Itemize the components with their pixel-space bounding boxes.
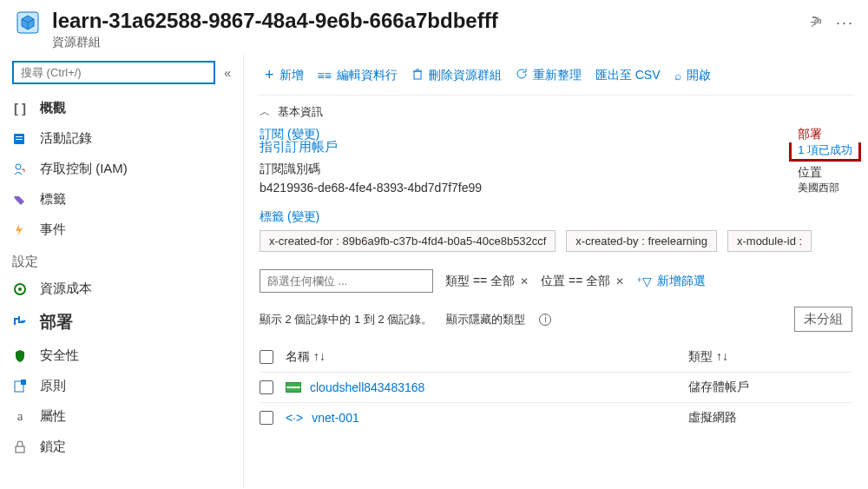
add-filter-button[interactable]: ⁺▽新增篩選 bbox=[636, 274, 706, 289]
group-by-select[interactable]: 未分組 bbox=[794, 307, 852, 332]
deployments-icon bbox=[12, 314, 28, 330]
filter-bar: 類型 == 全部✕ 位置 == 全部✕ ⁺▽新增篩選 bbox=[260, 257, 852, 300]
table-header: 名稱 ↑↓ 類型 ↑↓ bbox=[260, 342, 852, 372]
subscription-label: 訂閱 (變更) 指引訂用帳戶 bbox=[260, 127, 482, 142]
page-subtitle: 資源群組 bbox=[52, 35, 799, 50]
properties-icon: a bbox=[12, 409, 28, 425]
svg-rect-8 bbox=[21, 380, 26, 385]
filter-input[interactable] bbox=[260, 269, 433, 293]
sidebar-item-deployments[interactable]: 部署 bbox=[0, 304, 243, 340]
events-icon bbox=[12, 222, 28, 238]
sidebar-item-label: 概觀 bbox=[40, 100, 66, 116]
sidebar-item-properties[interactable]: a 屬性 bbox=[0, 401, 243, 432]
tags-section: 標籤 (變更) x-created-for : 89b6a9fb-c37b-4f… bbox=[260, 204, 852, 257]
collapse-sidebar-icon[interactable]: « bbox=[224, 66, 231, 80]
deployments-link[interactable]: 1 項已成功 bbox=[798, 142, 852, 158]
cost-icon bbox=[12, 281, 28, 297]
main-content: +新增 ≡≡編輯資料行 刪除資源群組 重新整理 匯出至 CSV ⌕開啟 ︿ 基本… bbox=[244, 54, 868, 487]
type-filter[interactable]: 類型 == 全部✕ bbox=[445, 274, 529, 289]
svg-point-6 bbox=[18, 287, 22, 291]
sidebar-item-label: 原則 bbox=[40, 378, 66, 394]
sidebar-item-label: 活動記錄 bbox=[40, 130, 92, 147]
col-type[interactable]: 類型 ↑↓ bbox=[688, 349, 852, 365]
command-bar: +新增 ≡≡編輯資料行 刪除資源群組 重新整理 匯出至 CSV ⌕開啟 bbox=[260, 54, 852, 96]
tags-edit-link[interactable]: 標籤 (變更) bbox=[260, 209, 319, 225]
export-csv-button[interactable]: 匯出至 CSV bbox=[590, 64, 666, 87]
table-row[interactable]: <·>vnet-001 虛擬網路 bbox=[260, 402, 852, 433]
essentials-panel: 訂閱 (變更) 指引訂用帳戶 訂閱識別碼 b4219936-de68-4fe4-… bbox=[260, 125, 852, 204]
resource-type: 儲存體帳戶 bbox=[688, 380, 852, 395]
edit-columns-button[interactable]: ≡≡編輯資料行 bbox=[312, 64, 403, 87]
add-button[interactable]: +新增 bbox=[260, 63, 309, 88]
overview-icon: [ ] bbox=[12, 101, 28, 116]
page-header: learn-31a62588-9867-48a4-9e6b-666a7bdbef… bbox=[0, 0, 868, 54]
plus-icon: + bbox=[265, 66, 274, 84]
svg-rect-3 bbox=[16, 139, 23, 140]
highlight-underline bbox=[789, 159, 861, 162]
tag-pill[interactable]: x-module-id : bbox=[727, 230, 812, 252]
highlight-left bbox=[789, 142, 792, 162]
svg-rect-9 bbox=[16, 446, 24, 453]
resource-type: 虛擬網路 bbox=[688, 410, 852, 426]
search-input[interactable] bbox=[12, 61, 215, 84]
select-all-checkbox[interactable] bbox=[260, 350, 273, 364]
info-icon[interactable]: i bbox=[539, 314, 551, 326]
shield-icon bbox=[12, 348, 28, 364]
sidebar-item-locks[interactable]: 鎖定 bbox=[0, 432, 243, 462]
col-name[interactable]: 名稱 ↑↓ bbox=[286, 349, 676, 365]
sidebar-item-overview[interactable]: [ ] 概觀 bbox=[0, 93, 243, 123]
iam-icon bbox=[12, 162, 28, 177]
location-filter[interactable]: 位置 == 全部✕ bbox=[541, 274, 624, 289]
subscription-id-value: b4219936-de68-4fe4-8393-4bd7d7f7fe99 bbox=[260, 181, 482, 195]
sidebar-item-iam[interactable]: 存取控制 (IAM) bbox=[0, 154, 243, 184]
delete-button[interactable]: 刪除資源群組 bbox=[406, 64, 507, 87]
subscription-id-label: 訂閱識別碼 bbox=[260, 162, 482, 177]
sidebar-item-label: 安全性 bbox=[40, 347, 79, 364]
sidebar-item-tags[interactable]: 標籤 bbox=[0, 184, 243, 215]
sidebar-item-cost[interactable]: 資源成本 bbox=[0, 274, 243, 304]
sidebar-item-events[interactable]: 事件 bbox=[0, 215, 243, 245]
sidebar-item-label: 存取控制 (IAM) bbox=[40, 161, 128, 177]
sidebar-item-label: 部署 bbox=[40, 311, 73, 334]
row-checkbox[interactable] bbox=[260, 411, 273, 425]
show-hidden-link[interactable]: 顯示隱藏的類型 bbox=[446, 312, 525, 327]
sidebar-item-activity-log[interactable]: 活動記錄 bbox=[0, 123, 243, 154]
storage-account-icon bbox=[286, 382, 301, 393]
deployments-label: 部署 bbox=[798, 127, 852, 142]
svg-rect-10 bbox=[414, 71, 421, 79]
sidebar-section-settings: 設定 bbox=[0, 245, 243, 274]
location-label: 位置 bbox=[798, 165, 852, 181]
resources-table: 名稱 ↑↓ 類型 ↑↓ cloudshell843483168 儲存體帳戶 <·… bbox=[260, 339, 852, 433]
sidebar: « [ ] 概觀 活動記錄 存取控制 (IAM) 標籤 事件 設定 資源成本 bbox=[0, 54, 244, 487]
activity-log-icon bbox=[12, 131, 28, 147]
columns-icon: ≡≡ bbox=[318, 69, 332, 83]
policy-icon bbox=[12, 379, 28, 394]
pin-icon[interactable] bbox=[810, 15, 824, 31]
row-checkbox[interactable] bbox=[260, 380, 273, 394]
refresh-button[interactable]: 重新整理 bbox=[510, 64, 587, 87]
open-icon: ⌕ bbox=[674, 69, 681, 83]
open-query-button[interactable]: ⌕開啟 bbox=[669, 64, 716, 87]
tag-icon bbox=[12, 192, 28, 208]
table-row[interactable]: cloudshell843483168 儲存體帳戶 bbox=[260, 372, 852, 402]
sidebar-item-label: 標籤 bbox=[40, 191, 66, 208]
add-filter-icon: ⁺▽ bbox=[636, 274, 652, 288]
tag-pill[interactable]: x-created-for : 89b6a9fb-c37b-4fd4-b0a5-… bbox=[260, 230, 556, 252]
lock-icon bbox=[12, 439, 28, 455]
sidebar-item-policies[interactable]: 原則 bbox=[0, 371, 243, 401]
records-summary-row: 顯示 2 個記錄中的 1 到 2 個記錄。 顯示隱藏的類型 i 未分組 bbox=[260, 300, 852, 339]
records-summary: 顯示 2 個記錄中的 1 到 2 個記錄。 bbox=[260, 312, 432, 327]
resource-link[interactable]: cloudshell843483168 bbox=[310, 380, 424, 394]
refresh-icon bbox=[516, 68, 528, 83]
sidebar-item-security[interactable]: 安全性 bbox=[0, 340, 243, 371]
tag-pill[interactable]: x-created-by : freelearning bbox=[566, 230, 717, 252]
subscription-link[interactable]: 指引訂用帳戶 bbox=[260, 139, 338, 155]
sidebar-item-label: 事件 bbox=[40, 221, 66, 238]
sidebar-item-label: 鎖定 bbox=[40, 439, 66, 455]
trash-icon bbox=[411, 68, 424, 83]
resource-link[interactable]: vnet-001 bbox=[312, 411, 358, 425]
more-icon[interactable]: ··· bbox=[836, 14, 854, 32]
clear-icon[interactable]: ✕ bbox=[615, 275, 624, 287]
clear-icon[interactable]: ✕ bbox=[520, 275, 529, 287]
essentials-toggle[interactable]: ︿ 基本資訊 bbox=[260, 96, 852, 125]
